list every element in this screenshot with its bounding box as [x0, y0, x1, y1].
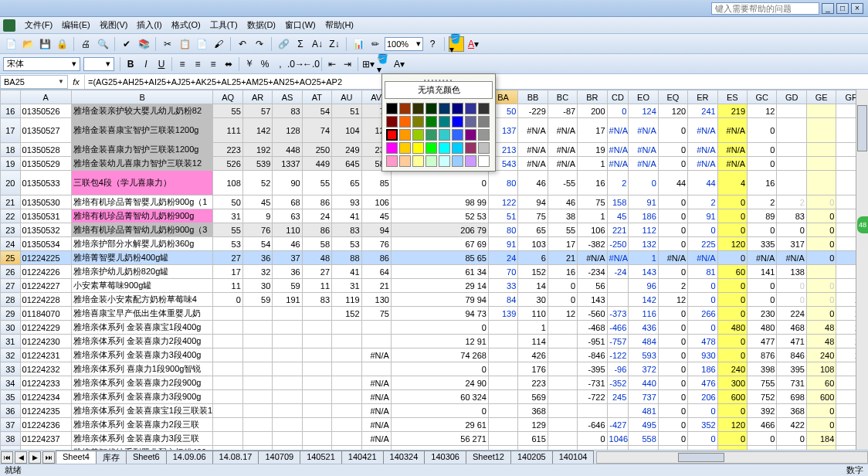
cell[interactable]: 142: [242, 118, 272, 143]
autosum-icon[interactable]: Σ: [293, 36, 308, 52]
cell[interactable]: -560: [578, 307, 607, 321]
color-swatch[interactable]: [465, 116, 476, 128]
color-swatch[interactable]: [426, 142, 437, 154]
cell[interactable]: 88: [332, 251, 361, 265]
cell[interactable]: 0: [777, 279, 806, 293]
cell[interactable]: 112: [629, 223, 658, 237]
cell[interactable]: 19: [578, 143, 607, 157]
cell[interactable]: 雅培亲体系列 金装喜康宝1段三联装1: [71, 404, 213, 418]
cell[interactable]: -731: [578, 376, 607, 390]
cell[interactable]: 0: [806, 293, 836, 307]
close-button[interactable]: ×: [851, 3, 863, 14]
cell[interactable]: 60: [717, 265, 747, 279]
cell[interactable]: 86: [361, 251, 391, 265]
cell[interactable]: 200: [578, 104, 607, 118]
menu-help[interactable]: 帮助(H): [320, 18, 358, 32]
font-color-button[interactable]: A▾: [466, 36, 481, 52]
cell[interactable]: 6: [518, 251, 548, 265]
cell[interactable]: 372: [629, 362, 658, 376]
cell[interactable]: -468: [578, 321, 607, 335]
color-swatch[interactable]: [478, 103, 490, 114]
cell[interactable]: 85 65: [391, 251, 488, 265]
cell[interactable]: 876: [748, 348, 777, 362]
cell[interactable]: 16: [548, 265, 577, 279]
cell[interactable]: 17: [548, 237, 577, 251]
color-swatch[interactable]: [386, 142, 398, 154]
cell[interactable]: -229: [518, 104, 548, 118]
cell[interactable]: #N/A: [578, 251, 607, 265]
cell[interactable]: 三联包4段（学儿喜康力）: [71, 171, 213, 196]
cell[interactable]: #N/A: [629, 118, 658, 143]
menu-data[interactable]: 数据(D): [242, 18, 280, 32]
color-swatch[interactable]: [452, 129, 463, 141]
cell[interactable]: 114: [518, 335, 548, 348]
cell[interactable]: 186: [629, 209, 658, 223]
cell[interactable]: 108: [806, 362, 836, 376]
table-row[interactable]: 3501224234雅培亲体系列 金装喜康力3段900g#N/A60 32456…: [1, 390, 866, 404]
row-header[interactable]: 31: [1, 335, 21, 348]
cell[interactable]: #N/A: [748, 251, 777, 265]
paste-icon[interactable]: 📄: [194, 36, 209, 52]
cell[interactable]: 110: [273, 223, 302, 237]
merge-icon[interactable]: ⬌: [221, 56, 236, 72]
cell[interactable]: [273, 390, 302, 404]
sheet-tab[interactable]: 140306: [424, 450, 466, 464]
cell[interactable]: 0: [717, 404, 747, 418]
cell[interactable]: -352: [607, 376, 629, 390]
cell[interactable]: 67 69: [391, 237, 488, 251]
cell[interactable]: 86: [302, 196, 331, 209]
cell[interactable]: 569: [518, 390, 548, 404]
cell[interactable]: [332, 390, 361, 404]
color-swatch[interactable]: [386, 116, 398, 128]
cell[interactable]: [548, 348, 577, 362]
cell[interactable]: 0: [806, 307, 836, 321]
sheet-tab[interactable]: 140324: [383, 450, 426, 464]
cell[interactable]: #N/A: [607, 118, 629, 143]
cell[interactable]: 37: [273, 251, 302, 265]
row-header[interactable]: 37: [1, 418, 21, 432]
cell[interactable]: 108: [213, 171, 242, 196]
cell[interactable]: [302, 307, 331, 321]
cell[interactable]: 752: [748, 390, 777, 404]
cell[interactable]: 0: [717, 279, 747, 293]
row-header[interactable]: 20: [1, 171, 21, 196]
cell[interactable]: 129: [518, 418, 548, 432]
cell[interactable]: 223: [518, 376, 548, 390]
cell[interactable]: 雅培金装亲护较大婴儿幼儿奶粉82: [71, 104, 213, 118]
cell[interactable]: 12: [548, 307, 577, 321]
cell[interactable]: 593: [629, 348, 658, 362]
cell[interactable]: [806, 143, 836, 157]
cell[interactable]: [488, 321, 517, 335]
save-icon[interactable]: 💾: [37, 36, 53, 52]
table-row[interactable]: 2101350530雅培有机珍品菁智婴儿奶粉900g（1504568869310…: [1, 196, 866, 209]
cell[interactable]: 0: [717, 196, 747, 209]
zoom-select[interactable]: 100%▾: [385, 37, 423, 51]
cell[interactable]: 雅培亲体系列 喜康力1段900g智锐: [71, 362, 213, 376]
cell[interactable]: 14: [518, 279, 548, 293]
cell[interactable]: 雅培亲体系列 金装喜康力2段900g: [71, 376, 213, 390]
color-swatch[interactable]: [412, 103, 424, 114]
cell[interactable]: [273, 307, 302, 321]
cell[interactable]: 737: [629, 390, 658, 404]
cell[interactable]: 94: [518, 196, 548, 209]
no-fill-option[interactable]: 无填充颜色: [385, 81, 493, 99]
col-ER[interactable]: ER: [688, 90, 717, 104]
cell[interactable]: 雅培亲体系列 金装喜康力3段400g: [71, 348, 213, 362]
sheet-tab[interactable]: 14.09.06: [166, 450, 213, 464]
cell[interactable]: 21: [361, 279, 391, 293]
cell[interactable]: 124: [629, 104, 658, 118]
cell[interactable]: 65: [332, 171, 361, 196]
decrease-decimal-icon[interactable]: ←.0: [303, 56, 319, 72]
research-icon[interactable]: 📚: [136, 36, 151, 52]
cell[interactable]: -55: [548, 171, 577, 196]
cell[interactable]: 53: [332, 237, 361, 251]
cell[interactable]: 1337: [273, 157, 302, 171]
cell[interactable]: 0: [717, 432, 747, 446]
cell[interactable]: #N/A: [688, 143, 717, 157]
menu-tools[interactable]: 工具(T): [205, 18, 242, 32]
bold-icon[interactable]: B: [123, 56, 138, 72]
color-swatch[interactable]: [426, 129, 437, 141]
cell[interactable]: [488, 348, 517, 362]
row-header[interactable]: 18: [1, 143, 21, 157]
row-header[interactable]: 32: [1, 348, 21, 362]
